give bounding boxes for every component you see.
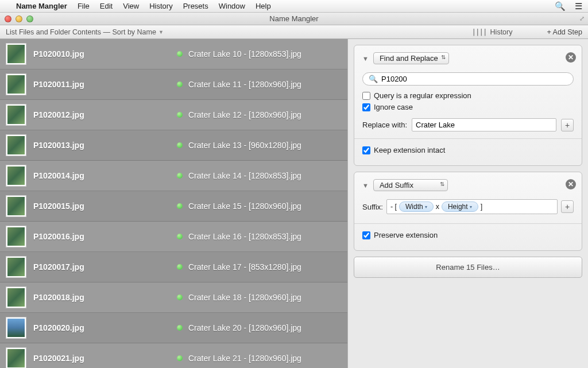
- add-step-button[interactable]: + Add Step: [547, 28, 582, 36]
- file-thumbnail: [6, 73, 26, 95]
- file-thumbnail: [6, 256, 26, 278]
- step-type-select[interactable]: Find and Replace: [373, 52, 449, 64]
- toolbar: List Files and Folder Contents — Sort by…: [0, 25, 588, 39]
- file-row[interactable]: P1020018.jpgCrater Lake 18 - [1280x960].…: [0, 282, 347, 313]
- menu-help[interactable]: Help: [256, 2, 271, 10]
- width-token[interactable]: Width: [399, 202, 434, 212]
- source-filename: P1020020.jpg: [33, 323, 177, 332]
- file-row[interactable]: P1020021.jpgCrater Lake 21 - [1280x960].…: [0, 343, 347, 368]
- file-row[interactable]: P1020016.jpgCrater Lake 16 - [1280x853].…: [0, 222, 347, 252]
- disclosure-triangle-icon[interactable]: ▼: [362, 55, 369, 62]
- remove-step-button[interactable]: ✕: [566, 179, 576, 189]
- file-thumbnail: [6, 104, 26, 126]
- file-thumbnail: [6, 43, 26, 65]
- source-filename: P1020010.jpg: [33, 49, 177, 59]
- suffix-literal-sep: x: [436, 203, 439, 211]
- destination-filename: Crater Lake 12 - [1280x960].jpg: [188, 110, 301, 119]
- window-titlebar: Name Mangler ⤢: [0, 13, 588, 25]
- destination-filename: Crater Lake 11 - [1280x960].jpg: [188, 80, 301, 89]
- keep-extension-label: Keep extension intact: [374, 146, 445, 154]
- status-dot-icon: [177, 203, 183, 209]
- status-dot-icon: [177, 325, 183, 331]
- status-dot-icon: [177, 142, 183, 148]
- keep-extension-checkbox[interactable]: [362, 146, 370, 154]
- list-mode-dropdown[interactable]: List Files and Folder Contents — Sort by…: [6, 28, 164, 36]
- window-title: Name Mangler: [0, 14, 588, 23]
- add-token-button[interactable]: +: [561, 200, 574, 213]
- find-query-input[interactable]: [381, 75, 567, 83]
- suffix-literal-prefix: - [: [390, 203, 397, 211]
- list-icon[interactable]: ☰: [575, 1, 582, 11]
- file-row[interactable]: P1020014.jpgCrater Lake 14 - [1280x853].…: [0, 161, 347, 191]
- minimize-window-button[interactable]: [16, 16, 22, 22]
- source-filename: P1020018.jpg: [33, 293, 177, 302]
- preserve-extension-checkbox[interactable]: [362, 231, 370, 239]
- destination-filename: Crater Lake 21 - [1280x960].jpg: [188, 354, 301, 363]
- source-filename: P1020015.jpg: [33, 202, 177, 211]
- file-row[interactable]: P1020020.jpgCrater Lake 20 - [1280x960].…: [0, 313, 347, 343]
- status-dot-icon: [177, 51, 183, 57]
- file-row[interactable]: P1020011.jpgCrater Lake 11 - [1280x960].…: [0, 69, 347, 100]
- menu-view[interactable]: View: [123, 2, 139, 10]
- destination-filename: Crater Lake 16 - [1280x853].jpg: [188, 232, 301, 241]
- replace-with-label: Replace with:: [362, 121, 407, 129]
- search-icon: 🔍: [369, 75, 378, 83]
- status-dot-icon: [177, 112, 183, 118]
- steps-sidebar: ▼ Find and Replace ✕ 🔍 Query is a regula…: [347, 39, 588, 368]
- status-dot-icon: [177, 234, 183, 239]
- disclosure-triangle-icon[interactable]: ▼: [362, 182, 369, 189]
- ignore-case-label: Ignore case: [374, 103, 413, 111]
- replace-with-input[interactable]: [412, 118, 556, 131]
- add-token-button[interactable]: +: [561, 119, 574, 131]
- history-label: History: [490, 28, 513, 36]
- menu-history[interactable]: History: [149, 2, 172, 10]
- history-button[interactable]: |||| History: [471, 28, 512, 36]
- status-dot-icon: [177, 173, 183, 179]
- file-thumbnail: [6, 286, 26, 308]
- file-thumbnail: [6, 165, 26, 187]
- file-thumbnail: [6, 347, 26, 368]
- height-token[interactable]: Height: [442, 202, 478, 212]
- barcode-icon: ||||: [471, 28, 486, 36]
- destination-filename: Crater Lake 10 - [1280x853].jpg: [188, 49, 301, 59]
- file-row[interactable]: P1020015.jpgCrater Lake 15 - [1280x960].…: [0, 191, 347, 222]
- file-row[interactable]: P1020010.jpgCrater Lake 10 - [1280x853].…: [0, 39, 347, 69]
- app-menu[interactable]: Name Mangler: [16, 2, 67, 10]
- file-list[interactable]: P1020010.jpgCrater Lake 10 - [1280x853].…: [0, 39, 347, 368]
- destination-filename: Crater Lake 17 - [853x1280].jpg: [188, 262, 301, 272]
- source-filename: P1020012.jpg: [33, 110, 177, 119]
- destination-filename: Crater Lake 18 - [1280x960].jpg: [188, 293, 301, 302]
- menu-edit[interactable]: Edit: [100, 2, 113, 10]
- suffix-literal-suffix: ]: [481, 203, 482, 211]
- regex-checkbox[interactable]: [362, 92, 370, 100]
- step-add-suffix: ▼ Add Suffix ✕ Suffix: - [ Width x Heigh…: [354, 172, 582, 251]
- chevron-down-icon: ▼: [158, 29, 164, 35]
- menubar: Name Mangler File Edit View History Pres…: [0, 0, 588, 13]
- find-query-field[interactable]: 🔍: [362, 72, 574, 86]
- spotlight-icon[interactable]: 🔍: [555, 1, 566, 11]
- step-find-replace: ▼ Find and Replace ✕ 🔍 Query is a regula…: [354, 45, 582, 166]
- source-filename: P1020013.jpg: [33, 141, 177, 150]
- menu-presets[interactable]: Presets: [183, 2, 208, 10]
- file-thumbnail: [6, 134, 26, 156]
- remove-step-button[interactable]: ✕: [566, 52, 576, 63]
- suffix-label: Suffix:: [362, 203, 383, 211]
- menu-window[interactable]: Window: [219, 2, 245, 10]
- step-type-select[interactable]: Add Suffix: [373, 179, 448, 191]
- ignore-case-checkbox[interactable]: [362, 103, 370, 111]
- file-row[interactable]: P1020013.jpgCrater Lake 13 - [960x1280].…: [0, 130, 347, 161]
- zoom-window-button[interactable]: [26, 16, 33, 22]
- file-thumbnail: [6, 195, 26, 217]
- status-dot-icon: [177, 264, 183, 270]
- file-row[interactable]: P1020012.jpgCrater Lake 12 - [1280x960].…: [0, 100, 347, 130]
- file-thumbnail: [6, 226, 26, 247]
- rename-button[interactable]: Rename 15 Files…: [354, 257, 582, 278]
- suffix-input[interactable]: - [ Width x Height ]: [386, 199, 558, 214]
- source-filename: P1020016.jpg: [33, 232, 177, 241]
- menu-file[interactable]: File: [78, 2, 90, 10]
- source-filename: P1020014.jpg: [33, 171, 177, 180]
- destination-filename: Crater Lake 13 - [960x1280].jpg: [188, 141, 301, 150]
- file-row[interactable]: P1020017.jpgCrater Lake 17 - [853x1280].…: [0, 252, 347, 282]
- close-window-button[interactable]: [5, 16, 11, 22]
- fullscreen-icon[interactable]: ⤢: [579, 15, 585, 22]
